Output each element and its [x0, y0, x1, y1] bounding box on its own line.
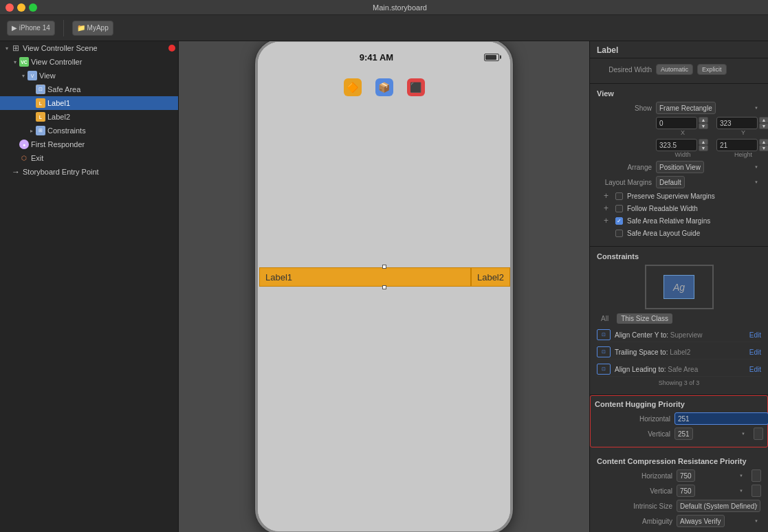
- layout-margins-select[interactable]: Default: [656, 176, 685, 188]
- x-stepper-down[interactable]: ▼: [699, 123, 708, 129]
- ccr-horizontal-select[interactable]: 750: [677, 469, 695, 482]
- width-input[interactable]: [656, 139, 697, 151]
- constraint2-target: Label2: [670, 348, 690, 356]
- height-stepper-down[interactable]: ▼: [759, 145, 768, 151]
- constraint1-edit[interactable]: Edit: [749, 331, 761, 339]
- safearea-row[interactable]: ▸ ⊡ Safe Area: [0, 82, 178, 96]
- arrange-select[interactable]: Position View: [656, 161, 704, 173]
- ccr-horizontal-row: Horizontal 750: [597, 469, 761, 482]
- preserve-checkbox[interactable]: [615, 192, 623, 200]
- ambiguity-select[interactable]: Always Verify: [677, 515, 725, 527]
- viewcontroller-row[interactable]: ▾ VC View Controller: [0, 55, 178, 69]
- all-tab[interactable]: All: [597, 313, 613, 324]
- label1-element[interactable]: Label1: [259, 267, 471, 287]
- minimize-button[interactable]: [17, 3, 25, 12]
- scene-disclosure[interactable]: ▾: [3, 44, 11, 52]
- constraints-inner-box: Ag: [663, 275, 694, 299]
- y-stepper-up[interactable]: ▲: [759, 117, 768, 123]
- showing-text: Showing 3 of 3: [597, 379, 761, 386]
- width-stepper[interactable]: ▲ ▼: [699, 139, 710, 151]
- x-stepper-up[interactable]: ▲: [699, 117, 708, 123]
- constraint1-target: Superview: [670, 331, 703, 339]
- safe-margins-plus[interactable]: +: [604, 216, 608, 225]
- layout-margins-row: Layout Margins Default: [597, 176, 761, 188]
- toolbar-icon-2: 📦: [375, 78, 393, 96]
- ccr-horizontal-stepper[interactable]: [751, 469, 761, 482]
- canvas-area[interactable]: 9:41 AM 🔶 📦 ⬛ ✕: [179, 41, 589, 532]
- phone-toolbar: 🔶 📦 ⬛: [258, 72, 510, 102]
- width-stepper-down[interactable]: ▼: [699, 145, 708, 151]
- ccr-vertical-stepper[interactable]: [751, 485, 761, 497]
- label2-row[interactable]: ▸ L Label2: [0, 110, 178, 124]
- y-stepper[interactable]: ▲ ▼: [759, 117, 768, 129]
- label2-label: Label2: [47, 113, 70, 121]
- height-stepper[interactable]: ▲ ▼: [759, 139, 768, 151]
- inspector-panel: Label Desired Width Automatic Explicit V…: [589, 41, 768, 532]
- constraint3-edit[interactable]: Edit: [749, 366, 761, 373]
- constraint-row-3: ⊡ Align Leading to: Safe Area Edit: [597, 362, 761, 377]
- safe-layout-checkbox[interactable]: [615, 230, 623, 237]
- first-responder-label: First Responder: [31, 140, 85, 148]
- exit-icon: ⬡: [19, 153, 29, 163]
- constraint-row-1: ⊡ Align Center Y to: Superview Edit: [597, 328, 761, 342]
- traffic-lights: [6, 3, 37, 12]
- close-button[interactable]: [6, 3, 14, 12]
- follow-plus[interactable]: +: [604, 203, 608, 213]
- vc-label: View Controller: [31, 58, 82, 66]
- constraint-icon-2: ⊡: [597, 346, 611, 357]
- storyboard-entry-row[interactable]: ▸ → Storyboard Entry Point: [0, 165, 178, 179]
- intrinsic-select[interactable]: Default (System Defined): [677, 500, 760, 512]
- constraints-row[interactable]: ▸ ⊞ Constraints: [0, 124, 178, 137]
- content-hugging-section: Content Hugging Priority Horizontal Vert…: [590, 395, 768, 447]
- preserve-plus[interactable]: +: [604, 191, 608, 201]
- exit-row[interactable]: ▸ ⬡ Exit: [0, 151, 178, 165]
- constraint2-edit[interactable]: Edit: [749, 348, 761, 356]
- constraints-disclosure[interactable]: ▸: [28, 126, 36, 135]
- desired-width-row: Desired Width Automatic Explicit: [597, 64, 761, 75]
- ch-vertical-stepper[interactable]: [754, 428, 763, 440]
- width-stepper-up[interactable]: ▲: [699, 139, 708, 145]
- constraint-text-2: Trailing Space to: Label2: [615, 348, 749, 356]
- constraint-text-1: Align Center Y to: Superview: [615, 331, 749, 339]
- ccr-vertical-select[interactable]: 750: [677, 485, 695, 497]
- label1-icon: L: [36, 98, 45, 108]
- run-button[interactable]: ▶ iPhone 14: [7, 21, 55, 36]
- label2-element[interactable]: Label2: [471, 267, 510, 287]
- label1-row[interactable]: ▸ L Label1: [0, 96, 178, 110]
- y-label: Y: [741, 129, 745, 136]
- show-select[interactable]: Frame Rectangle: [656, 102, 716, 114]
- safe-margins-checkbox[interactable]: ✓: [615, 217, 623, 225]
- toolbar-icon-1: 🔶: [344, 78, 362, 96]
- ch-vertical-select[interactable]: 251: [674, 428, 693, 440]
- x-stepper[interactable]: ▲ ▼: [699, 117, 710, 129]
- main-toolbar: ▶ iPhone 14 📁 MyApp: [0, 15, 768, 41]
- y-input[interactable]: [716, 117, 758, 129]
- height-input[interactable]: [716, 139, 758, 151]
- automatic-button[interactable]: Automatic: [656, 64, 693, 75]
- view-disclosure[interactable]: ▾: [19, 71, 28, 80]
- ch-horizontal-input[interactable]: [674, 412, 768, 425]
- ambiguity-select-container: Always Verify: [677, 515, 761, 527]
- vc-disclosure[interactable]: ▾: [11, 58, 19, 66]
- layout-margins-label: Layout Margins: [597, 179, 652, 186]
- first-responder-row[interactable]: ▸ ● First Responder: [0, 137, 178, 151]
- this-size-tab[interactable]: This Size Class: [617, 313, 672, 324]
- status-time: 9:41 AM: [269, 52, 484, 63]
- follow-checkbox[interactable]: [615, 205, 623, 212]
- title-bar: Main.storyboard: [0, 0, 768, 15]
- width-input-group: ▲ ▼: [656, 139, 710, 151]
- height-stepper-up[interactable]: ▲: [759, 139, 768, 145]
- safe-layout-row: + Safe Area Layout Guide: [604, 228, 761, 238]
- x-input[interactable]: [656, 117, 697, 129]
- phone-screen: 9:41 AM 🔶 📦 ⬛ ✕: [258, 42, 510, 531]
- selection-handle-top: [382, 265, 386, 269]
- maximize-button[interactable]: [29, 3, 37, 12]
- exit-label: Exit: [31, 154, 43, 162]
- y-stepper-down[interactable]: ▼: [759, 123, 768, 129]
- view-row[interactable]: ▾ V View: [0, 69, 178, 82]
- constraints-outer-box: Ag: [645, 265, 714, 309]
- scene-icon: ⊞: [11, 43, 21, 53]
- scheme-button[interactable]: 📁 MyApp: [72, 21, 113, 36]
- explicit-button[interactable]: Explicit: [697, 64, 727, 75]
- scene-row[interactable]: ▾ ⊞ View Controller Scene: [0, 41, 178, 55]
